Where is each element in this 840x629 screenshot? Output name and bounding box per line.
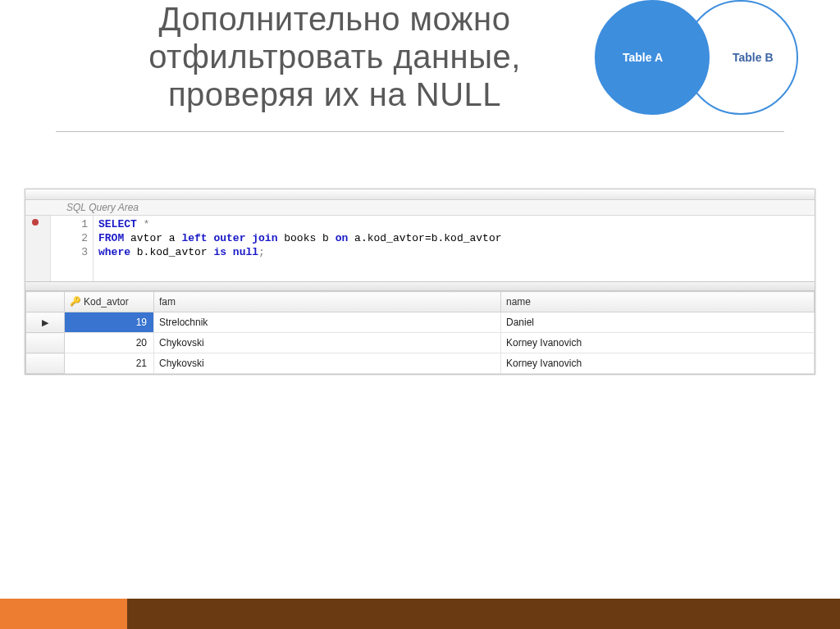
- grid-header-row: 🔑Kod_avtor fam name: [26, 292, 815, 312]
- code-text: ;: [258, 246, 265, 258]
- panel-toolbar: [25, 189, 815, 200]
- cell-fam[interactable]: Chykovski: [154, 353, 501, 374]
- line-number: 1: [51, 217, 88, 231]
- grid-corner: [26, 292, 65, 312]
- col-label: Kod_avtor: [84, 296, 129, 308]
- title-line-1: Дополнительно можно: [159, 1, 511, 37]
- breakpoint-gutter: [25, 216, 51, 281]
- code-area[interactable]: 1 2 3 SELECT * FROM avtor a left outer j…: [25, 216, 815, 281]
- footer-accent-orange: [0, 599, 127, 629]
- kw-select: SELECT: [98, 218, 137, 230]
- line-number: 2: [51, 231, 88, 245]
- title-line-2: отфильтровать данные,: [148, 39, 521, 75]
- sql-code[interactable]: SELECT * FROM avtor a left outer join bo…: [94, 216, 815, 281]
- venn-label-a: Table A: [623, 51, 663, 64]
- footer-accent-brown: [127, 599, 840, 629]
- code-text: avtor a: [124, 232, 181, 244]
- row-indicator: [26, 333, 65, 353]
- table-row[interactable]: 21 Chykovski Korney Ivanovich: [26, 353, 815, 374]
- title-underline: [56, 131, 784, 132]
- cell-kod[interactable]: 19: [65, 312, 154, 333]
- slide-footer-bar: [0, 599, 840, 629]
- row-indicator: [26, 353, 65, 374]
- breakpoint-icon: [32, 219, 39, 226]
- kw-isnull: is null: [213, 246, 258, 258]
- table-row[interactable]: 20 Chykovski Korney Ivanovich: [26, 333, 815, 353]
- query-area-label: SQL Query Area: [25, 200, 815, 216]
- cell-fam[interactable]: Strelochnik: [154, 312, 501, 333]
- cell-name[interactable]: Korney Ivanovich: [501, 333, 815, 353]
- kw-on: on: [336, 232, 349, 244]
- kw-where: where: [98, 246, 130, 258]
- kw-join: left outer join: [181, 232, 277, 244]
- col-header-fam[interactable]: fam: [154, 292, 501, 312]
- code-text: b.kod_avtor: [130, 246, 213, 258]
- venn-diagram: Table A Table B: [595, 0, 808, 123]
- cell-name[interactable]: Korney Ivanovich: [501, 353, 815, 374]
- panel-splitter[interactable]: [25, 281, 815, 291]
- slide-title: Дополнительно можно отфильтровать данные…: [56, 0, 614, 113]
- current-row-icon: ▶: [42, 317, 48, 327]
- venn-label-b: Table B: [733, 51, 774, 64]
- code-text: a.kod_avtor=b.kod_avtor: [348, 232, 501, 244]
- code-text: books b: [277, 232, 335, 244]
- key-icon: 🔑: [70, 296, 81, 307]
- code-text: *: [137, 218, 150, 230]
- cell-name[interactable]: Daniel: [501, 312, 815, 333]
- line-number: 3: [51, 245, 88, 259]
- cell-fam[interactable]: Chykovski: [154, 333, 501, 353]
- title-line-3: проверяя их на NULL: [168, 76, 501, 112]
- cell-kod[interactable]: 21: [65, 353, 154, 374]
- cell-kod[interactable]: 20: [65, 333, 154, 353]
- sql-editor-panel: SQL Query Area 1 2 3 SELECT * FROM avtor…: [25, 189, 815, 375]
- col-header-kod[interactable]: 🔑Kod_avtor: [65, 292, 154, 312]
- kw-from: FROM: [98, 232, 124, 244]
- table-row[interactable]: ▶ 19 Strelochnik Daniel: [26, 312, 815, 333]
- col-header-name[interactable]: name: [501, 292, 815, 312]
- row-indicator: ▶: [26, 312, 65, 333]
- result-grid[interactable]: 🔑Kod_avtor fam name ▶ 19 Strelochnik Dan…: [25, 291, 815, 374]
- line-number-gutter: 1 2 3: [51, 216, 94, 281]
